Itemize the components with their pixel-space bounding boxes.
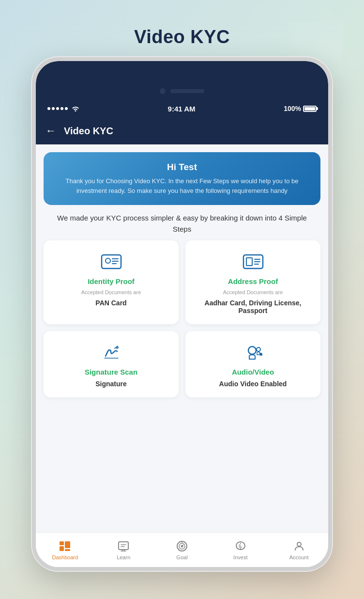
steps-description: We made your KYC process simpler & easy … [36,205,328,240]
goal-icon [176,540,188,552]
audio-video-card[interactable]: Audio/Video Audio Video Enabled [185,331,320,397]
phone-content: Hi Test Thank you for Choosing Video KYC… [36,144,328,567]
account-label: Account [289,554,309,560]
audio-video-doc: Audio Video Enabled [219,380,287,388]
address-proof-title: Address Proof [228,277,278,285]
svg-point-14 [248,347,256,354]
speaker-bar [170,89,204,93]
camera-dot [160,88,166,94]
nav-item-goal[interactable]: Goal [153,540,212,560]
wifi-icon [72,106,79,111]
identity-proof-sub: Accepted Documents are [81,289,141,295]
dashboard-icon [59,540,71,552]
signature-scan-doc: Signature [95,380,127,388]
audio-video-icon [242,341,265,364]
spacer [36,403,328,532]
signature-scan-card[interactable]: Signature Scan Signature [44,331,179,397]
learn-icon [117,540,130,552]
status-time: 9:41 AM [168,105,196,113]
address-proof-doc: Aadhar Card, Driving License, Passport [193,299,313,315]
status-bar: 9:41 AM 100% [36,100,328,117]
phone-top [36,61,328,100]
address-proof-sub: Accepted Documents are [223,289,283,295]
page-title: Video KYC [134,27,230,47]
identity-proof-doc: PAN Card [95,299,126,307]
invest-label: Invest [233,554,247,560]
bottom-nav: Dashboard Learn [36,532,328,567]
back-button[interactable]: ← [46,125,56,137]
identity-proof-title: Identity Proof [88,277,135,285]
nav-title: Video KYC [64,126,113,137]
nav-item-learn[interactable]: Learn [94,540,153,560]
nav-item-dashboard[interactable]: Dashboard [36,540,94,560]
svg-point-35 [297,542,301,546]
svg-rect-22 [119,542,128,550]
banner-subtitle: Thank you for Choosing Video KYC. In the… [55,176,309,195]
svg-rect-21 [65,549,70,551]
nav-item-account[interactable]: Account [270,540,328,560]
audio-video-title: Audio/Video [232,368,274,376]
invest-icon [234,540,247,552]
address-icon [242,250,265,273]
nav-bar: ← Video KYC [36,117,328,144]
signature-icon [100,341,123,364]
battery-percent: 100% [284,105,301,112]
phone-frame: 9:41 AM 100% ← Video KYC Hi Test Thank y… [32,57,332,571]
banner-greeting: Hi Test [55,162,309,173]
address-proof-card[interactable]: Address Proof Accepted Documents are Aad… [185,240,320,324]
banner: Hi Test Thank you for Choosing Video KYC… [44,152,320,205]
identity-proof-card[interactable]: Identity Proof Accepted Documents are PA… [44,240,179,324]
goal-label: Goal [176,554,187,560]
svg-rect-20 [65,541,70,548]
svg-rect-19 [60,546,64,551]
account-icon [293,540,305,552]
battery-icon [303,106,317,112]
nav-item-invest[interactable]: Invest [211,540,270,560]
identity-icon [100,250,123,273]
status-left [47,106,79,111]
status-right: 100% [284,105,317,112]
signature-scan-title: Signature Scan [85,368,137,376]
svg-point-15 [257,347,260,351]
svg-rect-18 [60,541,64,545]
svg-line-32 [182,545,183,546]
dashboard-label: Dashboard [52,554,78,560]
cards-grid: Identity Proof Accepted Documents are PA… [36,240,328,403]
signal-dots [47,107,68,110]
camera-area [160,88,204,94]
learn-label: Learn [117,554,130,560]
